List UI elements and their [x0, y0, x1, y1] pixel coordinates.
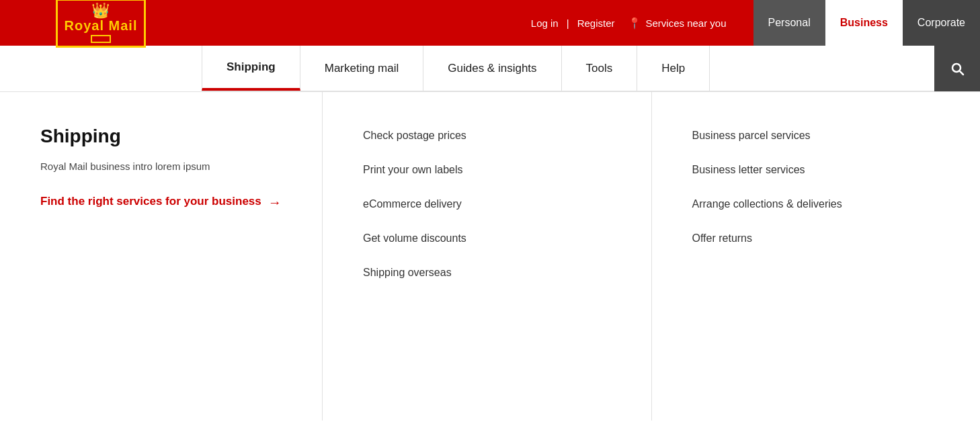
- services-near-link[interactable]: 📍 Services near you: [628, 17, 726, 30]
- postbox-icon: [91, 35, 111, 43]
- dropdown-col2: Business parcel services Business letter…: [652, 92, 981, 421]
- nav-item-help[interactable]: Help: [637, 46, 710, 91]
- location-icon: 📍: [628, 17, 641, 30]
- logo-area[interactable]: 👑 Royal Mail: [0, 0, 202, 48]
- link-business-letter-services[interactable]: Business letter services: [692, 153, 940, 187]
- dropdown-panel: Shipping Royal Mail business intro lorem…: [0, 91, 980, 421]
- nav-bar: Shipping Marketing mail Guides & insight…: [202, 46, 980, 91]
- link-check-postage-prices[interactable]: Check postage prices: [363, 119, 611, 153]
- link-print-own-labels[interactable]: Print your own labels: [363, 153, 611, 187]
- logo-text: Royal Mail: [65, 18, 138, 34]
- audience-tabs: Personal Business Corporate: [753, 0, 980, 46]
- link-offer-returns[interactable]: Offer returns: [692, 222, 940, 256]
- dropdown-description: Royal Mail business intro lorem ipsum: [40, 159, 282, 175]
- nav-item-marketing-mail[interactable]: Marketing mail: [300, 46, 424, 91]
- top-bar: 👑 Royal Mail Log in | Register 📍 Service…: [0, 0, 980, 46]
- link-arrange-collections[interactable]: Arrange collections & deliveries: [692, 187, 940, 222]
- link-business-parcel-services[interactable]: Business parcel services: [692, 119, 940, 153]
- crown-icon: 👑: [91, 3, 110, 18]
- top-links: Log in | Register 📍 Services near you: [531, 17, 740, 30]
- dropdown-title: Shipping: [40, 126, 282, 147]
- tab-personal[interactable]: Personal: [753, 0, 825, 46]
- dropdown-col1: Check postage prices Print your own labe…: [323, 92, 652, 421]
- nav-item-tools[interactable]: Tools: [562, 46, 638, 91]
- search-icon: [949, 60, 965, 77]
- services-near-label: Services near you: [645, 17, 726, 29]
- dropdown-cta-text: Find the right services for your busines…: [40, 194, 261, 209]
- royal-mail-logo[interactable]: 👑 Royal Mail: [56, 0, 147, 48]
- tab-business[interactable]: Business: [825, 0, 903, 46]
- register-link[interactable]: Register: [577, 17, 615, 29]
- arrow-icon: →: [268, 193, 282, 211]
- separator: |: [567, 17, 569, 29]
- dropdown-intro-col: Shipping Royal Mail business intro lorem…: [0, 92, 323, 421]
- nav-item-shipping[interactable]: Shipping: [202, 46, 300, 91]
- link-get-volume-discounts[interactable]: Get volume discounts: [363, 222, 611, 256]
- dropdown-cta-link[interactable]: Find the right services for your busines…: [40, 193, 282, 211]
- top-nav-right: Log in | Register 📍 Services near you Pe…: [531, 0, 980, 46]
- tab-corporate[interactable]: Corporate: [903, 0, 980, 46]
- link-ecommerce-delivery[interactable]: eCommerce delivery: [363, 187, 611, 222]
- search-button[interactable]: [934, 46, 980, 91]
- login-link[interactable]: Log in: [531, 17, 559, 29]
- nav-item-guides-insights[interactable]: Guides & insights: [423, 46, 561, 91]
- link-shipping-overseas[interactable]: Shipping overseas: [363, 256, 611, 290]
